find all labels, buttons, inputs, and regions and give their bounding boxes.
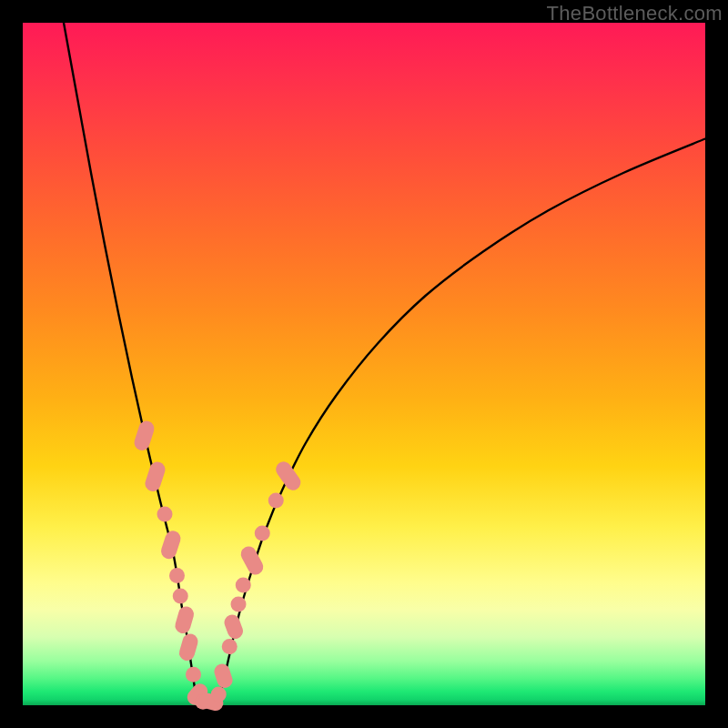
svg-rect-8: [222, 612, 245, 641]
bottleneck-curve: [64, 23, 705, 703]
marker-dot: [222, 639, 238, 654]
svg-rect-10: [273, 459, 304, 493]
marker-dot: [186, 667, 201, 682]
marker-dot: [157, 507, 173, 522]
svg-rect-0: [132, 419, 156, 452]
svg-rect-4: [177, 632, 200, 662]
bottleneck-curve-path: [64, 23, 705, 703]
marker-capsule: [177, 632, 200, 662]
marker-capsule: [143, 460, 167, 493]
marker-capsule: [222, 612, 245, 641]
chart-frame: TheBottleneck.com: [0, 0, 728, 728]
watermark-text: TheBottleneck.com: [547, 2, 723, 25]
marker-dot: [231, 597, 247, 612]
marker-capsule: [273, 459, 304, 493]
data-markers: [132, 419, 303, 713]
marker-dot: [255, 526, 270, 541]
svg-rect-3: [173, 604, 196, 635]
marker-capsule: [238, 543, 267, 577]
svg-rect-9: [238, 543, 267, 577]
svg-rect-1: [143, 460, 167, 493]
curve-layer: [23, 23, 705, 705]
marker-capsule: [173, 604, 196, 635]
marker-capsule: [159, 529, 183, 561]
plot-area: [23, 23, 705, 705]
marker-dot: [268, 493, 284, 509]
marker-dot: [236, 578, 251, 593]
marker-dot: [169, 568, 185, 583]
marker-capsule: [132, 419, 156, 452]
svg-rect-7: [212, 662, 235, 690]
marker-dot: [173, 589, 188, 604]
svg-rect-2: [159, 529, 183, 561]
marker-dot: [211, 687, 227, 703]
marker-capsule: [212, 662, 235, 690]
